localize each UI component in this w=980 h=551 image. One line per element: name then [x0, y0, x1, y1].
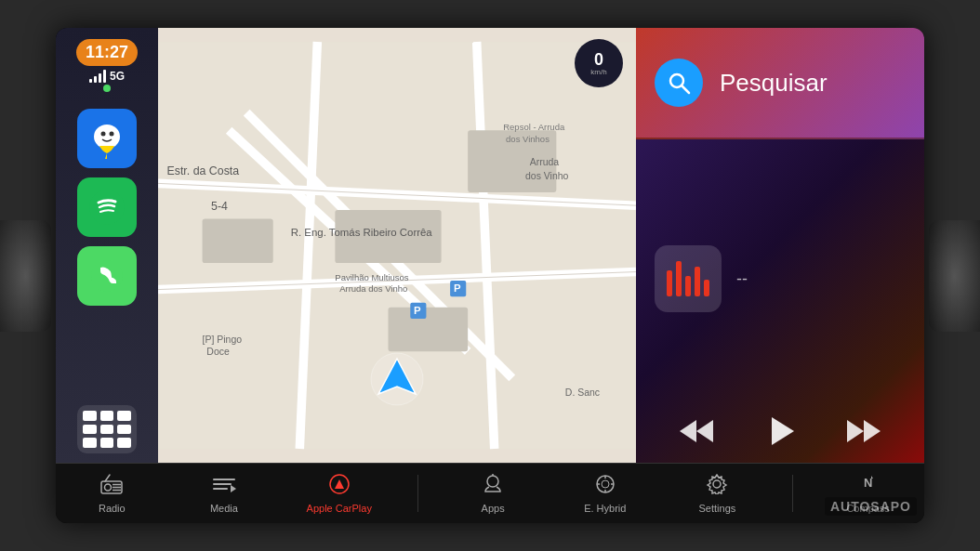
search-label: Pesquisar — [720, 69, 828, 98]
radio-icon — [100, 474, 123, 500]
nav-divider-2 — [792, 475, 793, 512]
media-top: -- — [655, 154, 906, 403]
svg-text:Estr. da Costa: Estr. da Costa — [167, 164, 240, 177]
svg-text:R. Eng. Tomás Ribeiro Corrêa: R. Eng. Tomás Ribeiro Corrêa — [291, 227, 433, 238]
svg-text:P: P — [454, 282, 461, 294]
signal-bars — [89, 70, 106, 83]
media-app-icon — [655, 245, 722, 312]
search-icon-circle — [655, 59, 703, 107]
ehybrid-icon — [593, 474, 617, 500]
time-display: 11:27 — [76, 39, 138, 66]
car-frame: 11:27 5G — [0, 0, 980, 551]
svg-marker-54 — [335, 479, 344, 489]
carplay-icon — [326, 474, 352, 500]
svg-line-37 — [682, 85, 689, 93]
apps-label: Apps — [482, 503, 505, 514]
svg-point-0 — [94, 125, 120, 149]
svg-point-2 — [110, 132, 114, 137]
svg-text:Repsol - Arruda: Repsol - Arruda — [503, 122, 565, 132]
media-player: -- — [636, 139, 924, 463]
media-bars-icon — [667, 261, 709, 296]
svg-text:5-4: 5-4 — [211, 200, 228, 213]
svg-marker-40 — [772, 417, 794, 445]
nav-divider-1 — [417, 475, 418, 512]
svg-marker-41 — [847, 420, 864, 442]
screen-bezel: 11:27 5G — [56, 28, 924, 523]
carplay-label: Apple CarPlay — [307, 503, 372, 514]
nav-ehybrid[interactable]: E. Hybrid — [568, 470, 642, 518]
nav-apple-carplay[interactable]: Apple CarPlay — [299, 470, 379, 518]
apps-icon — [482, 474, 504, 500]
phone-app-icon[interactable] — [77, 246, 137, 306]
map-area[interactable]: Estr. da Costa R. Eng. Tomás Ribeiro Cor… — [158, 28, 636, 463]
media-info: -- — [736, 269, 906, 289]
speed-display: 0 km/h — [575, 39, 623, 87]
svg-text:[P] Pingo: [P] Pingo — [203, 335, 243, 345]
media-controls — [655, 403, 906, 450]
media-label: Media — [210, 503, 238, 514]
nav-media[interactable]: Media — [187, 470, 261, 518]
watermark: AUTOSAPO — [825, 497, 917, 516]
status-bar: 11:27 5G — [76, 39, 138, 92]
svg-text:dos Vinhos: dos Vinhos — [506, 134, 550, 144]
svg-rect-15 — [203, 218, 273, 263]
svg-text:Pavilhão Multiusos: Pavilhão Multiusos — [335, 272, 408, 282]
svg-text:P: P — [414, 305, 421, 316]
play-button[interactable] — [757, 413, 803, 450]
sidebar: 11:27 5G — [56, 28, 158, 463]
rewind-button[interactable] — [673, 413, 720, 450]
connection-dot — [103, 85, 111, 92]
svg-point-55 — [487, 476, 498, 487]
svg-point-44 — [105, 484, 112, 491]
knob-left — [0, 220, 51, 332]
settings-icon — [705, 474, 729, 500]
search-button[interactable]: Pesquisar — [636, 28, 924, 139]
nav-settings[interactable]: Settings — [680, 470, 754, 518]
svg-point-1 — [101, 132, 106, 137]
svg-line-48 — [105, 475, 110, 481]
signal-row: 5G — [89, 70, 125, 83]
svg-rect-17 — [388, 308, 468, 352]
svg-text:N: N — [864, 476, 872, 490]
compass-icon: N — [856, 474, 881, 500]
waze-app-icon[interactable] — [77, 109, 137, 168]
svg-marker-39 — [680, 420, 696, 442]
nav-radio[interactable]: Radio — [74, 470, 149, 518]
svg-marker-52 — [231, 485, 236, 492]
spotify-app-icon[interactable] — [77, 177, 137, 237]
ehybrid-label: E. Hybrid — [584, 503, 626, 514]
knob-right — [929, 220, 980, 332]
svg-text:dos Vinho: dos Vinho — [525, 171, 569, 181]
bottom-nav: Radio Media — [56, 463, 924, 523]
svg-marker-42 — [864, 420, 881, 442]
svg-point-58 — [602, 480, 609, 488]
media-icon — [212, 474, 236, 500]
fast-forward-button[interactable] — [841, 413, 887, 450]
svg-point-3 — [89, 190, 125, 225]
network-type: 5G — [110, 70, 125, 83]
svg-text:Doce: Doce — [206, 347, 230, 357]
svg-point-63 — [713, 480, 721, 488]
svg-marker-38 — [696, 420, 713, 442]
media-track-label: -- — [736, 269, 906, 289]
svg-text:D. Sanc: D. Sanc — [565, 387, 600, 398]
svg-text:Arruda: Arruda — [530, 157, 560, 167]
radio-label: Radio — [99, 503, 126, 514]
apps-grid-button[interactable] — [77, 405, 137, 453]
nav-apps[interactable]: Apps — [456, 470, 530, 518]
svg-text:Arruda dos Vinho: Arruda dos Vinho — [339, 283, 407, 294]
right-panel: Pesquisar — [636, 28, 924, 463]
settings-label: Settings — [699, 503, 736, 514]
carplay-screen: 11:27 5G — [56, 28, 924, 463]
navigation-arrow — [369, 351, 425, 407]
